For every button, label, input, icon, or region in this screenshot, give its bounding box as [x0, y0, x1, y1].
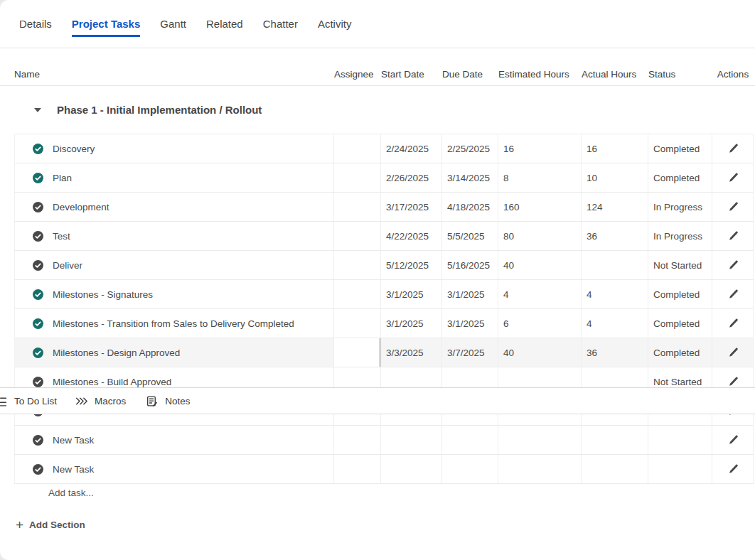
task-check-icon[interactable] [33, 260, 43, 271]
table-row[interactable]: Development 3/17/2025 4/18/2025 160 124 … [14, 193, 754, 222]
estimated-hours-cell[interactable]: 4 [498, 280, 582, 308]
chevron-down-icon[interactable] [33, 107, 42, 113]
assignee-cell[interactable] [334, 134, 381, 163]
table-row[interactable]: New Task [14, 455, 754, 484]
actual-hours-cell[interactable]: 4 [582, 309, 648, 338]
actual-hours-cell[interactable] [582, 426, 648, 454]
estimated-hours-cell[interactable]: 40 [498, 251, 582, 279]
assignee-cell-focus-outline[interactable] [334, 338, 380, 367]
table-row[interactable]: Milestones - Transition from Sales to De… [14, 309, 754, 338]
tab-details[interactable]: Details [9, 18, 62, 37]
tab-related[interactable]: Related [196, 18, 253, 37]
task-check-icon[interactable] [33, 464, 43, 475]
actual-hours-cell[interactable]: 10 [582, 163, 648, 192]
dock-item-notes[interactable]: Notes [146, 395, 190, 407]
actual-hours-cell[interactable] [582, 251, 648, 279]
actual-hours-cell[interactable]: 36 [582, 222, 648, 250]
table-row[interactable]: Plan 2/26/2025 3/14/2025 8 10 Completed [14, 163, 754, 193]
assignee-cell[interactable] [334, 251, 381, 279]
column-header-status[interactable]: Status [648, 69, 712, 80]
tab-gantt[interactable]: Gantt [150, 18, 196, 37]
column-header-assignee[interactable]: Assignee [334, 69, 381, 80]
task-name-cell[interactable]: New Task [14, 426, 334, 454]
assignee-cell[interactable] [334, 426, 381, 454]
actual-hours-cell[interactable]: 124 [582, 193, 648, 221]
start-date-cell[interactable]: 5/12/2025 [381, 251, 442, 279]
task-name-cell[interactable]: Discovery [14, 134, 334, 163]
status-cell[interactable]: Completed [648, 309, 712, 338]
task-name-cell[interactable]: Deliver [14, 251, 334, 279]
due-date-cell[interactable]: 4/18/2025 [442, 193, 498, 221]
status-cell[interactable]: Completed [648, 280, 712, 308]
estimated-hours-cell[interactable]: 40 [498, 338, 582, 367]
due-date-cell[interactable]: 3/1/2025 [442, 280, 498, 308]
edit-pencil-icon[interactable] [727, 434, 739, 446]
status-cell[interactable]: Completed [648, 338, 712, 367]
edit-pencil-icon[interactable] [727, 201, 739, 212]
column-header-name[interactable]: Name [14, 69, 334, 80]
edit-pencil-icon[interactable] [727, 318, 739, 329]
status-cell[interactable]: In Progress [648, 193, 712, 221]
status-cell[interactable] [648, 426, 712, 454]
status-cell[interactable]: Completed [648, 134, 712, 163]
table-row[interactable]: Deliver 5/12/2025 5/16/2025 40 Not Start… [14, 251, 754, 280]
add-section-button[interactable]: + Add Section [16, 518, 85, 532]
task-name-cell[interactable]: Milestones - Signatures [14, 280, 334, 308]
edit-pencil-icon[interactable] [727, 172, 739, 183]
start-date-cell[interactable] [381, 455, 442, 483]
start-date-cell[interactable]: 3/3/2025 [381, 338, 442, 367]
task-name-cell[interactable]: Development [14, 193, 334, 221]
assignee-cell[interactable] [334, 193, 381, 221]
due-date-cell[interactable]: 3/1/2025 [442, 309, 498, 338]
due-date-cell[interactable]: 5/5/2025 [442, 222, 498, 250]
start-date-cell[interactable]: 3/1/2025 [381, 280, 442, 308]
task-name-cell[interactable]: Test [14, 222, 334, 250]
edit-pencil-icon[interactable] [727, 463, 739, 475]
tab-chatter[interactable]: Chatter [253, 18, 308, 37]
column-header-due-date[interactable]: Due Date [442, 69, 498, 80]
actual-hours-cell[interactable]: 4 [582, 280, 648, 308]
due-date-cell[interactable] [442, 455, 498, 483]
edit-pencil-icon[interactable] [727, 376, 739, 387]
dock-item-macros[interactable]: Macros [75, 395, 126, 407]
status-cell[interactable]: In Progress [648, 222, 712, 250]
task-name-cell[interactable]: Milestones - Design Approved [14, 338, 334, 367]
assignee-cell[interactable] [334, 280, 381, 308]
start-date-cell[interactable]: 3/1/2025 [381, 309, 442, 338]
actual-hours-cell[interactable]: 16 [582, 134, 648, 163]
due-date-cell[interactable]: 2/25/2025 [442, 134, 498, 163]
add-task-button[interactable]: Add task... [48, 488, 94, 498]
due-date-cell[interactable]: 3/7/2025 [442, 338, 498, 367]
table-row[interactable]: New Task [14, 426, 754, 455]
start-date-cell[interactable]: 2/26/2025 [381, 163, 442, 192]
tab-project-tasks[interactable]: Project Tasks [62, 18, 150, 37]
start-date-cell[interactable]: 4/22/2025 [381, 222, 442, 250]
start-date-cell[interactable] [381, 426, 442, 454]
edit-pencil-icon[interactable] [727, 289, 739, 300]
table-row[interactable]: Discovery 2/24/2025 2/25/2025 16 16 Comp… [14, 134, 754, 163]
estimated-hours-cell[interactable] [498, 426, 582, 454]
actual-hours-cell[interactable]: 36 [582, 338, 648, 367]
table-row[interactable]: Milestones - Design Approved 3/3/2025 3/… [14, 338, 754, 367]
section-title[interactable]: Phase 1 - Initial Implementation / Rollo… [57, 104, 262, 116]
edit-pencil-icon[interactable] [727, 259, 739, 271]
edit-pencil-icon[interactable] [727, 143, 739, 154]
due-date-cell[interactable]: 5/16/2025 [442, 251, 498, 279]
tab-activity[interactable]: Activity [308, 18, 362, 37]
task-check-icon[interactable] [33, 289, 43, 300]
due-date-cell[interactable]: 3/14/2025 [442, 163, 498, 192]
actual-hours-cell[interactable] [582, 455, 648, 483]
task-check-icon[interactable] [33, 231, 43, 242]
dock-item-to-do-list[interactable]: To Do List [0, 395, 57, 407]
assignee-cell[interactable] [334, 222, 381, 250]
estimated-hours-cell[interactable] [498, 455, 582, 483]
task-check-icon[interactable] [33, 435, 43, 446]
column-header-actual-hours[interactable]: Actual Hours [582, 69, 648, 80]
edit-pencil-icon[interactable] [727, 347, 739, 358]
assignee-cell[interactable] [334, 338, 381, 367]
task-check-icon[interactable] [33, 318, 43, 329]
edit-pencil-icon[interactable] [727, 230, 739, 242]
task-name-cell[interactable]: Plan [14, 163, 334, 192]
task-check-icon[interactable] [33, 144, 43, 154]
column-header-estimated-hours[interactable]: Estimated Hours [498, 69, 582, 80]
